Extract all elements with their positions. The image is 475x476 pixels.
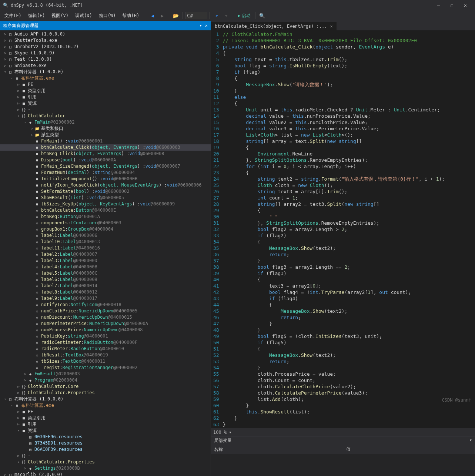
tree-node[interactable]: ▿▦布料计算器.exe xyxy=(0,402,211,409)
tree-node[interactable]: ●SetFormState(bool) : void @06000002 xyxy=(0,188,211,195)
tree-node[interactable]: ▷{}ClothCalulator.Core xyxy=(0,383,211,390)
tree-node[interactable]: ●InitializeComponent() : void @0600000B xyxy=(0,176,211,182)
tree-node[interactable]: ▷■PE xyxy=(0,409,211,415)
panel-close-icon[interactable]: ✕ xyxy=(205,23,208,28)
locals-col-name[interactable]: 名称 xyxy=(211,445,343,454)
tree-node[interactable]: ▷□Skype (1.0.0.9) xyxy=(0,50,211,56)
tree-node[interactable]: ▷■资源 xyxy=(0,100,211,107)
tree-node[interactable]: ▷■引用 xyxy=(0,421,211,428)
menu-help[interactable]: 帮助(H) xyxy=(119,12,142,20)
tree-node[interactable]: ▿{}ClothCalulator xyxy=(0,113,211,119)
undo-icon[interactable]: ↶ xyxy=(213,12,220,19)
tree-node[interactable]: ▷◆FmResult @02000003 xyxy=(0,371,211,377)
tree-node[interactable]: ◇numProcessPrice : NumericUpDown @040000… xyxy=(0,327,211,333)
tree-node[interactable]: ▿◆FmMain @02000002 xyxy=(0,119,211,125)
tree-node[interactable]: ▷■类型引用 xyxy=(0,415,211,421)
tree-node[interactable]: ▷■PE xyxy=(0,81,211,88)
menu-edit[interactable]: 编辑(E) xyxy=(25,12,48,20)
tree-node[interactable]: ▤B7345D91.resources xyxy=(0,440,211,446)
close-button[interactable]: ✕ xyxy=(459,3,472,8)
nav-fwd-icon[interactable]: ▶ xyxy=(158,12,166,19)
tree-node[interactable]: ◇numDiscount : NumericUpDown @04000015 xyxy=(0,314,211,321)
tree-node[interactable]: ◇label5 : Label @0400000C xyxy=(0,270,211,276)
tree-node[interactable]: ●Dispose(bool) : void @0600000A xyxy=(0,157,211,163)
locals-dropdown-icon[interactable]: ▾ xyxy=(469,438,472,444)
tree-node[interactable]: ◇label8 : Label @04000012 xyxy=(0,289,211,295)
tab-btncalculate[interactable]: btnCalculate_Click(object, EventArgs) :.… xyxy=(211,22,337,30)
tree-node[interactable]: ●btnReg_Click(object, EventArgs) : void … xyxy=(0,151,211,157)
tree-node[interactable]: ◇numClothPrice : NumericUpDown @04000005 xyxy=(0,308,211,314)
tree-node[interactable]: ▷■引用 xyxy=(0,94,211,100)
tree-node[interactable]: ◇label2 : Label @04000007 xyxy=(0,251,211,258)
tree-node[interactable]: ◇radioCentimeter : RadioButton @0400000F xyxy=(0,339,211,346)
tree-node[interactable]: ◇label3 : Label @0400000D xyxy=(0,258,211,264)
tree-node[interactable]: ◇label7 : Label @04000014 xyxy=(0,283,211,289)
tree-node[interactable]: ◇groupBox1 : GroupBox @04000004 xyxy=(0,226,211,232)
tree-node[interactable]: ●FmMain() : void @06000001 xyxy=(0,138,211,144)
tree-node[interactable]: ▷{}- xyxy=(0,453,211,459)
redo-icon[interactable]: ↷ xyxy=(223,12,230,19)
tree-node[interactable]: ◇label9 : Label @04000017 xyxy=(0,295,211,302)
tree-node[interactable]: ◇tbResult : TextBox @04000019 xyxy=(0,352,211,358)
tree-node[interactable]: ◇label10 : Label @04000013 xyxy=(0,239,211,245)
tree-node[interactable]: ▿■资源 xyxy=(0,428,211,434)
tree-node[interactable]: ●ShowResult(List) : void @06000005 xyxy=(0,195,211,201)
tree-node[interactable]: ▷□Test (1.3.0.0) xyxy=(0,56,211,63)
tree-node[interactable]: ●FmMain_SizeChanged(object, EventArgs) :… xyxy=(0,163,211,170)
close-icon[interactable]: ✕ xyxy=(330,24,332,29)
tree-node[interactable]: ▤0030FF96.resources xyxy=(0,434,211,440)
tree-node[interactable]: ▷📁基类和接口 xyxy=(0,125,211,132)
menu-file[interactable]: 文件(F) xyxy=(1,12,24,20)
tree-node[interactable]: ◇_regist : RegistrationManager @04000002 xyxy=(0,365,211,371)
tree-node[interactable]: ▿▦布料计算器.exe xyxy=(0,75,211,81)
tree-node[interactable]: ◇btnReg : Button @0400001A xyxy=(0,214,211,220)
start-button[interactable]: ▶ 启动 xyxy=(235,13,253,19)
tree-node[interactable]: ▷📁派生类型 xyxy=(0,132,211,138)
menu-view[interactable]: 视图(V) xyxy=(48,12,71,20)
assembly-tree[interactable]: ▷□Audio APP (1.0.0.0)▷□ShutterTools.exe▷… xyxy=(0,30,211,476)
tree-node[interactable]: ▷□Audio APP (1.0.0.0) xyxy=(0,31,211,37)
tree-node[interactable]: ●btnCalculate_Click(object, EventArgs) :… xyxy=(0,144,211,151)
code-editor[interactable]: 1234567891011121314151617181920212223242… xyxy=(211,30,475,428)
tree-node[interactable]: ◇radioMeter : RadioButton @04000010 xyxy=(0,346,211,352)
tree-node[interactable]: ▷◆Program @02000004 xyxy=(0,377,211,383)
tree-node[interactable]: ◇label11 : Label @04000016 xyxy=(0,245,211,251)
tree-node[interactable]: ▷■类型引用 xyxy=(0,88,211,94)
maximize-button[interactable]: ☐ xyxy=(445,3,459,8)
tree-node[interactable]: ▷□UnrobotV2 (2023.10.16.2) xyxy=(0,44,211,50)
tree-node[interactable]: ▷{}ClothCalulator.Properties xyxy=(0,390,211,396)
menu-window[interactable]: 窗口(W) xyxy=(96,12,119,20)
panel-dropdown-icon[interactable]: ▾ xyxy=(200,23,202,28)
tree-node[interactable]: ◇label1 : Label @04000006 xyxy=(0,232,211,239)
tree-node[interactable]: ▷{}- xyxy=(0,107,211,113)
tree-node[interactable]: ◇notifyIcon : NotifyIcon @04000018 xyxy=(0,302,211,308)
nav-back-icon[interactable]: ◀ xyxy=(149,12,156,19)
zoom-dropdown-icon[interactable]: ▾ xyxy=(229,430,231,435)
tree-node[interactable]: ●FormatNum(decimal) : string @06000004 xyxy=(0,170,211,176)
tree-node[interactable]: ◇tbSizes : TextBox @04000011 xyxy=(0,358,211,365)
tree-node[interactable]: ▷□mscorlib (2.0.0.0) xyxy=(0,472,211,476)
open-icon[interactable]: 📂 xyxy=(172,12,180,19)
tree-node[interactable]: ▷□Snipaste.exe xyxy=(0,63,211,69)
tree-node[interactable]: ▿□布料计算器 (1.0.0.0) xyxy=(0,69,211,75)
tree-node[interactable]: ◇label4 : Label @0400000B xyxy=(0,264,211,270)
tree-node[interactable]: ◇label6 : Label @04000009 xyxy=(0,276,211,283)
tree-node[interactable]: ▤D6AC0F39.resources xyxy=(0,446,211,453)
language-combo[interactable] xyxy=(185,12,207,19)
tree-node[interactable]: ▿□布料计算器 (1.0.0.0) xyxy=(0,396,211,402)
tree-node[interactable]: ▿{}ClothCalulator.Properties xyxy=(0,459,211,465)
tree-node[interactable]: ▷◆Settings @0200000B xyxy=(0,465,211,472)
code-source[interactable]: // ClothCalulator.FmMain// Token: 0x0600… xyxy=(223,30,445,428)
tree-node[interactable]: ◇btnCalculate : Button @0400000E xyxy=(0,207,211,214)
locals-body[interactable] xyxy=(211,454,475,476)
tree-node[interactable]: ◇PublicKey : string @04000001 xyxy=(0,333,211,339)
menu-debug[interactable]: 调试(D) xyxy=(72,12,95,20)
tree-node[interactable]: ●notifyIcon_MouseClick(object, MouseEven… xyxy=(0,182,211,188)
minimize-button[interactable]: — xyxy=(432,3,445,8)
tree-node[interactable]: ▷□ShutterTools.exe xyxy=(0,37,211,44)
search-icon[interactable]: 🔍 xyxy=(258,12,266,19)
locals-col-value[interactable]: 值 xyxy=(343,445,475,454)
tree-node[interactable]: ◇numPerimeterPrice : NumericUpDown @0400… xyxy=(0,321,211,327)
tree-node[interactable]: ◇components : IContainer @04000003 xyxy=(0,220,211,226)
tree-node[interactable]: ●tbSizes_KeyUp(object, KeyEventArgs) : v… xyxy=(0,201,211,207)
